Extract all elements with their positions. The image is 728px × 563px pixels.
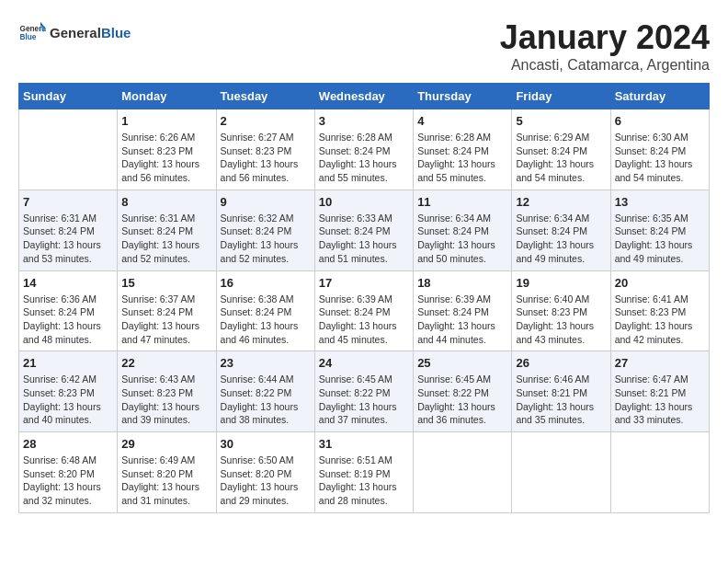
- day-number: 6: [615, 114, 705, 128]
- location-title: Ancasti, Catamarca, Argentina: [500, 57, 710, 74]
- day-number: 16: [221, 276, 311, 290]
- day-number: 29: [121, 437, 211, 451]
- day-info: Sunrise: 6:45 AMSunset: 8:22 PMDaylight:…: [417, 373, 507, 427]
- day-info: Sunrise: 6:49 AMSunset: 8:20 PMDaylight:…: [121, 454, 211, 508]
- day-info: Sunrise: 6:33 AMSunset: 8:24 PMDaylight:…: [319, 212, 409, 266]
- week-row-2: 7Sunrise: 6:31 AMSunset: 8:24 PMDaylight…: [19, 190, 710, 270]
- week-row-1: 1Sunrise: 6:26 AMSunset: 8:23 PMDaylight…: [19, 109, 710, 190]
- header: General Blue General Blue January 2024 A…: [18, 18, 710, 74]
- calendar-cell: 14Sunrise: 6:36 AMSunset: 8:24 PMDayligh…: [19, 270, 118, 351]
- calendar-cell: 4Sunrise: 6:28 AMSunset: 8:24 PMDaylight…: [414, 109, 512, 190]
- day-info: Sunrise: 6:44 AMSunset: 8:22 PMDaylight:…: [221, 373, 311, 427]
- calendar-cell: 15Sunrise: 6:37 AMSunset: 8:24 PMDayligh…: [118, 270, 216, 351]
- logo-icon: General Blue: [18, 18, 46, 46]
- calendar-cell: 30Sunrise: 6:50 AMSunset: 8:20 PMDayligh…: [216, 432, 314, 513]
- calendar-cell: [414, 432, 512, 513]
- day-number: 14: [23, 276, 113, 290]
- week-row-4: 21Sunrise: 6:42 AMSunset: 8:23 PMDayligh…: [19, 351, 710, 432]
- day-number: 18: [417, 276, 507, 290]
- day-info: Sunrise: 6:32 AMSunset: 8:24 PMDaylight:…: [221, 212, 311, 266]
- calendar-cell: 1Sunrise: 6:26 AMSunset: 8:23 PMDaylight…: [118, 109, 216, 190]
- day-number: 31: [319, 437, 409, 451]
- day-number: 13: [615, 195, 705, 209]
- calendar-header: SundayMondayTuesdayWednesdayThursdayFrid…: [19, 84, 710, 109]
- week-row-3: 14Sunrise: 6:36 AMSunset: 8:24 PMDayligh…: [19, 270, 710, 351]
- logo: General Blue General Blue: [18, 18, 131, 46]
- calendar-table: SundayMondayTuesdayWednesdayThursdayFrid…: [18, 83, 710, 513]
- calendar-cell: 10Sunrise: 6:33 AMSunset: 8:24 PMDayligh…: [314, 190, 413, 270]
- day-info: Sunrise: 6:40 AMSunset: 8:23 PMDaylight:…: [516, 293, 606, 347]
- calendar-cell: 2Sunrise: 6:27 AMSunset: 8:23 PMDaylight…: [216, 109, 314, 190]
- day-info: Sunrise: 6:28 AMSunset: 8:24 PMDaylight:…: [417, 131, 507, 185]
- calendar-cell: 24Sunrise: 6:45 AMSunset: 8:22 PMDayligh…: [314, 351, 413, 432]
- calendar-body: 1Sunrise: 6:26 AMSunset: 8:23 PMDaylight…: [19, 109, 710, 513]
- weekday-header-friday: Friday: [512, 84, 610, 109]
- day-info: Sunrise: 6:38 AMSunset: 8:24 PMDaylight:…: [221, 293, 311, 347]
- day-number: 15: [121, 276, 211, 290]
- day-info: Sunrise: 6:27 AMSunset: 8:23 PMDaylight:…: [221, 131, 311, 185]
- day-info: Sunrise: 6:43 AMSunset: 8:23 PMDaylight:…: [121, 373, 211, 427]
- month-title: January 2024: [500, 18, 710, 57]
- day-number: 28: [23, 437, 113, 451]
- calendar-cell: 20Sunrise: 6:41 AMSunset: 8:23 PMDayligh…: [610, 270, 709, 351]
- calendar-cell: 16Sunrise: 6:38 AMSunset: 8:24 PMDayligh…: [216, 270, 314, 351]
- day-number: 11: [417, 195, 507, 209]
- day-info: Sunrise: 6:51 AMSunset: 8:19 PMDaylight:…: [319, 454, 409, 508]
- day-number: 10: [319, 195, 409, 209]
- day-info: Sunrise: 6:29 AMSunset: 8:24 PMDaylight:…: [516, 131, 606, 185]
- calendar-cell: [610, 432, 709, 513]
- day-info: Sunrise: 6:50 AMSunset: 8:20 PMDaylight:…: [221, 454, 311, 508]
- day-info: Sunrise: 6:31 AMSunset: 8:24 PMDaylight:…: [23, 212, 113, 266]
- day-info: Sunrise: 6:37 AMSunset: 8:24 PMDaylight:…: [121, 293, 211, 347]
- calendar-cell: [19, 109, 118, 190]
- day-number: 19: [516, 276, 606, 290]
- calendar-cell: 17Sunrise: 6:39 AMSunset: 8:24 PMDayligh…: [314, 270, 413, 351]
- day-info: Sunrise: 6:34 AMSunset: 8:24 PMDaylight:…: [516, 212, 606, 266]
- day-info: Sunrise: 6:46 AMSunset: 8:21 PMDaylight:…: [516, 373, 606, 427]
- calendar-cell: 9Sunrise: 6:32 AMSunset: 8:24 PMDaylight…: [216, 190, 314, 270]
- svg-text:Blue: Blue: [20, 33, 37, 41]
- calendar-cell: 23Sunrise: 6:44 AMSunset: 8:22 PMDayligh…: [216, 351, 314, 432]
- day-number: 25: [417, 356, 507, 370]
- day-number: 27: [615, 356, 705, 370]
- day-info: Sunrise: 6:30 AMSunset: 8:24 PMDaylight:…: [615, 131, 705, 185]
- weekday-header-thursday: Thursday: [414, 84, 512, 109]
- day-info: Sunrise: 6:39 AMSunset: 8:24 PMDaylight:…: [319, 293, 409, 347]
- calendar-cell: 31Sunrise: 6:51 AMSunset: 8:19 PMDayligh…: [314, 432, 413, 513]
- day-number: 7: [23, 195, 113, 209]
- day-number: 12: [516, 195, 606, 209]
- weekday-header-row: SundayMondayTuesdayWednesdayThursdayFrid…: [19, 84, 710, 109]
- day-number: 3: [319, 114, 409, 128]
- calendar-cell: 22Sunrise: 6:43 AMSunset: 8:23 PMDayligh…: [118, 351, 216, 432]
- day-number: 5: [516, 114, 606, 128]
- calendar-cell: 5Sunrise: 6:29 AMSunset: 8:24 PMDaylight…: [512, 109, 610, 190]
- calendar-cell: 11Sunrise: 6:34 AMSunset: 8:24 PMDayligh…: [414, 190, 512, 270]
- calendar-cell: 6Sunrise: 6:30 AMSunset: 8:24 PMDaylight…: [610, 109, 709, 190]
- calendar-cell: 13Sunrise: 6:35 AMSunset: 8:24 PMDayligh…: [610, 190, 709, 270]
- day-number: 1: [121, 114, 211, 128]
- day-info: Sunrise: 6:28 AMSunset: 8:24 PMDaylight:…: [319, 131, 409, 185]
- weekday-header-tuesday: Tuesday: [216, 84, 314, 109]
- weekday-header-wednesday: Wednesday: [314, 84, 413, 109]
- calendar-cell: 26Sunrise: 6:46 AMSunset: 8:21 PMDayligh…: [512, 351, 610, 432]
- day-number: 17: [319, 276, 409, 290]
- day-number: 26: [516, 356, 606, 370]
- calendar-cell: [512, 432, 610, 513]
- day-info: Sunrise: 6:26 AMSunset: 8:23 PMDaylight:…: [121, 131, 211, 185]
- calendar-cell: 3Sunrise: 6:28 AMSunset: 8:24 PMDaylight…: [314, 109, 413, 190]
- title-area: January 2024 Ancasti, Catamarca, Argenti…: [500, 18, 710, 74]
- calendar-cell: 12Sunrise: 6:34 AMSunset: 8:24 PMDayligh…: [512, 190, 610, 270]
- weekday-header-sunday: Sunday: [19, 84, 118, 109]
- day-info: Sunrise: 6:42 AMSunset: 8:23 PMDaylight:…: [23, 373, 113, 427]
- day-info: Sunrise: 6:36 AMSunset: 8:24 PMDaylight:…: [23, 293, 113, 347]
- calendar-cell: 21Sunrise: 6:42 AMSunset: 8:23 PMDayligh…: [19, 351, 118, 432]
- day-info: Sunrise: 6:39 AMSunset: 8:24 PMDaylight:…: [417, 293, 507, 347]
- calendar-cell: 18Sunrise: 6:39 AMSunset: 8:24 PMDayligh…: [414, 270, 512, 351]
- day-number: 30: [221, 437, 311, 451]
- day-number: 23: [221, 356, 311, 370]
- day-number: 8: [121, 195, 211, 209]
- day-number: 24: [319, 356, 409, 370]
- calendar-cell: 27Sunrise: 6:47 AMSunset: 8:21 PMDayligh…: [610, 351, 709, 432]
- logo-blue-text: Blue: [101, 25, 131, 40]
- day-info: Sunrise: 6:31 AMSunset: 8:24 PMDaylight:…: [121, 212, 211, 266]
